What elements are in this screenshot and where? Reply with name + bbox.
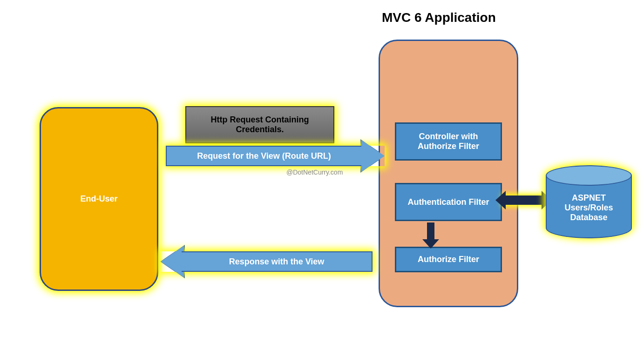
- controller-filter-box: Controller with Authorize Filter: [395, 122, 502, 161]
- diagram-title: MVC 6 Application: [382, 10, 496, 25]
- end-user-box: End-User: [40, 107, 158, 291]
- arrow-left-icon: [161, 246, 184, 277]
- database-cylinder: ASPNET Users/Roles Database: [546, 165, 632, 237]
- http-request-credentials-box: Http Request Containing Credentials.: [185, 106, 334, 143]
- database-label: ASPNET Users/Roles Database: [547, 193, 631, 222]
- end-user-label: End-User: [80, 194, 117, 204]
- authorize-filter-label: Authorize Filter: [418, 255, 479, 264]
- controller-filter-label: Controller with Authorize Filter: [402, 132, 495, 151]
- request-arrow: Request for the View (Route URL): [166, 146, 385, 166]
- watermark-text: @DotNetCurry.com: [286, 168, 343, 176]
- http-request-credentials-label: Http Request Containing Credentials.: [186, 115, 333, 135]
- authentication-filter-label: Authentication Filter: [408, 197, 489, 207]
- db-bidirectional-arrow-icon: [504, 195, 543, 205]
- authorize-filter-box: Authorize Filter: [395, 247, 502, 272]
- response-arrow: Response with the View: [161, 251, 373, 272]
- arrow-right-icon: [361, 140, 385, 172]
- authentication-filter-box: Authentication Filter: [395, 183, 502, 221]
- cylinder-top-icon: [546, 165, 632, 186]
- request-arrow-label: Request for the View (Route URL): [166, 146, 361, 166]
- down-arrow-icon: [427, 222, 434, 240]
- response-arrow-label: Response with the View: [182, 251, 373, 272]
